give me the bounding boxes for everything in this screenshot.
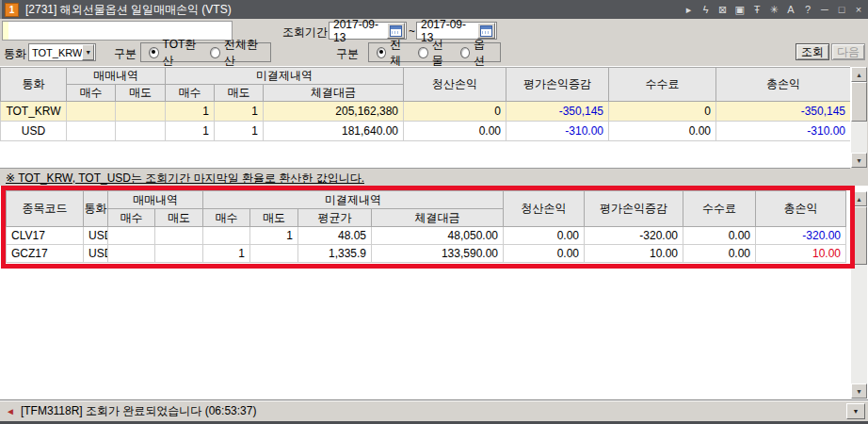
cell-amount: 205,162,380 xyxy=(264,102,404,122)
cell-trade-buy xyxy=(67,122,116,141)
scrollbar-thumb[interactable] xyxy=(851,82,867,122)
cell-open-buy: 1 xyxy=(166,102,215,122)
minimize-icon[interactable]: ─ xyxy=(820,4,829,15)
radio-label: 옵션 xyxy=(474,37,492,69)
radio-icon xyxy=(377,47,386,58)
col-header-amount: 체결대금 xyxy=(372,209,504,227)
radio-icon xyxy=(418,47,427,58)
type-group-label: 구분 xyxy=(336,46,359,62)
speaker-icon: ◄ xyxy=(6,407,15,416)
scroll-down-icon[interactable]: ▼ xyxy=(851,383,867,399)
table-row[interactable]: USD 1 1 181,640.00 0.00 -310.00 0.00 -31… xyxy=(1,122,851,141)
radio-label: TOT환산 xyxy=(163,37,201,69)
table-row[interactable]: TOT_KRW 1 1 205,162,380 0 -350,145 0 -35… xyxy=(1,102,851,122)
radio-label: 전체 xyxy=(390,37,409,69)
cell-open-sell xyxy=(250,245,298,263)
status-bar: ◄ [TFM3118R] 조회가 완료되었습니다 (06:53:37) xyxy=(0,400,868,422)
type-radio-group: 전체 선물 옵션 xyxy=(368,42,501,62)
cell-trade-buy xyxy=(67,102,116,122)
col-header-sell: 매도 xyxy=(215,85,264,102)
radio-icon xyxy=(210,47,220,58)
convert-group-label: 구분 xyxy=(114,46,137,62)
cell-total: 10.00 xyxy=(756,245,846,263)
scrollbar-thumb[interactable] xyxy=(851,206,867,265)
radio-label: 선물 xyxy=(432,37,451,69)
arrow-icon[interactable]: ▸ xyxy=(684,4,694,16)
col-header-buy: 매수 xyxy=(108,209,155,227)
col-header-code: 종목코드 xyxy=(7,191,84,227)
next-button[interactable]: 다음 xyxy=(831,43,865,60)
maximize-icon[interactable]: □ xyxy=(837,4,846,15)
col-header-trade-group: 매매내역 xyxy=(108,191,203,209)
col-header-sell: 매도 xyxy=(116,85,166,102)
cell-trade-sell xyxy=(155,245,203,263)
help-icon[interactable]: ? xyxy=(803,4,812,15)
cell-currency: USD xyxy=(84,245,108,263)
table-row[interactable]: GCZ17 USD 1 1,335.9 133,590.00 0.00 10.0… xyxy=(7,245,846,263)
currency-select[interactable]: TOT_KRW ▼ xyxy=(28,43,96,61)
cell-realized: 0.00 xyxy=(504,227,585,245)
cell-trade-buy xyxy=(108,227,155,245)
col-header-total: 총손익 xyxy=(716,68,851,102)
scroll-up-icon[interactable]: ▲ xyxy=(851,67,867,82)
cell-open-buy: 1 xyxy=(166,122,215,141)
pin-icon[interactable]: Ŧ xyxy=(752,4,762,15)
col-header-buy: 매수 xyxy=(203,209,250,227)
window-badge: 1 xyxy=(5,3,19,17)
radio-icon xyxy=(149,47,159,58)
cell-fee: 0.00 xyxy=(609,122,716,141)
summary-scrollbar[interactable]: ▲ ▼ xyxy=(850,67,867,168)
font-icon[interactable]: A xyxy=(786,4,796,15)
cell-total: -320.00 xyxy=(756,227,846,245)
table-row[interactable]: CLV17 USD 1 48.05 48,050.00 0.00 -320.00… xyxy=(7,227,846,245)
boxed-close-icon[interactable]: ⊠ xyxy=(718,4,728,16)
radio-all-convert[interactable]: 전체환산 xyxy=(210,37,263,69)
radio-type-futures[interactable]: 선물 xyxy=(418,37,450,69)
cell-eval-change: -310.00 xyxy=(506,122,609,141)
cell-fee: 0 xyxy=(609,102,716,122)
search-button[interactable]: 조회 xyxy=(796,43,829,60)
cell-fee: 0.00 xyxy=(683,227,756,245)
cell-open-sell: 1 xyxy=(215,122,264,141)
convert-radio-group: TOT환산 전체환산 xyxy=(140,42,271,62)
col-header-eval-change: 평가손익증감 xyxy=(506,68,609,102)
cell-trade-sell xyxy=(116,102,166,122)
plug-icon[interactable]: ϟ xyxy=(701,4,711,15)
cell-trade-sell xyxy=(155,227,203,245)
calendar-icon xyxy=(480,25,492,37)
cell-currency: USD xyxy=(84,227,108,245)
radio-icon xyxy=(460,47,470,58)
scroll-down-icon[interactable]: ▼ xyxy=(851,153,867,168)
titlebar-icons: ▸ ϟ ⊠ ▣ Ŧ ✳ A ? ─ □ × xyxy=(684,0,863,19)
cell-realized: 0.00 xyxy=(504,245,585,263)
currency-select-value: TOT_KRW xyxy=(29,47,82,58)
shrink-icon[interactable]: ✳ xyxy=(769,4,779,16)
detail-scrollbar[interactable]: ▲ ▼ xyxy=(850,191,867,399)
col-header-avg-price: 평균가 xyxy=(298,209,372,227)
window-title: [2731] 해외선물옵션 일일매매손익 (VTS) xyxy=(25,2,232,18)
summary-table: 통화 매매내역 미결제내역 청산손익 평가손익증감 수수료 총손익 매수 매도 … xyxy=(0,67,851,141)
col-header-buy: 매수 xyxy=(67,85,116,102)
detail-table: 종목코드 통화 매매내역 미결제내역 청산손익 평가손익증감 수수료 총손익 매… xyxy=(6,190,846,263)
close-icon[interactable]: × xyxy=(854,4,863,15)
cell-avg-price: 1,335.9 xyxy=(298,245,372,263)
cell-open-buy xyxy=(203,227,250,245)
titlebar-edge xyxy=(0,0,2,19)
cell-trade-buy xyxy=(108,245,155,263)
radio-type-all[interactable]: 전체 xyxy=(377,37,409,69)
scroll-up-icon[interactable]: ▲ xyxy=(851,191,867,206)
cell-currency: TOT_KRW xyxy=(1,102,67,122)
radio-type-options[interactable]: 옵션 xyxy=(460,37,492,69)
cell-open-sell: 1 xyxy=(250,227,298,245)
chevron-down-icon[interactable]: ▼ xyxy=(82,44,94,60)
cell-total: -350,145 xyxy=(716,102,851,122)
radio-tot-convert[interactable]: TOT환산 xyxy=(149,37,201,69)
col-header-sell: 매도 xyxy=(250,209,298,227)
col-header-trade-group: 매매내역 xyxy=(67,68,166,85)
status-dropdown-button[interactable]: ▼ xyxy=(846,403,865,419)
col-header-fee: 수수료 xyxy=(609,68,716,102)
cell-eval-change: -320.00 xyxy=(585,227,683,245)
copy-icon[interactable]: ▣ xyxy=(735,4,745,16)
cell-avg-price: 48.05 xyxy=(298,227,372,245)
radio-label: 전체환산 xyxy=(224,37,263,69)
